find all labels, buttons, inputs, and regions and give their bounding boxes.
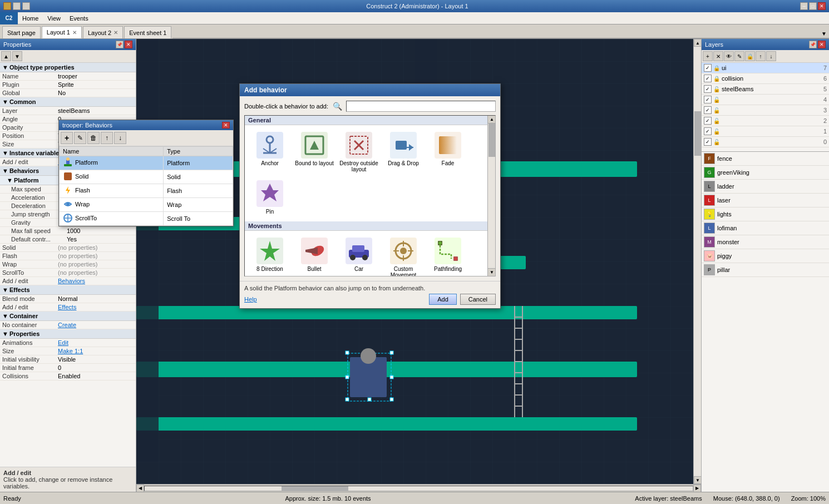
- behavior-fade[interactable]: Fade: [426, 129, 470, 176]
- layer-vis-4[interactable]: ✓: [704, 96, 712, 103]
- menu-home[interactable]: Home: [18, 14, 43, 23]
- layers-down-btn[interactable]: ↓: [766, 51, 776, 61]
- behavior-destroy-outside[interactable]: Destroy outside layout: [337, 129, 381, 176]
- layer-row-0[interactable]: ✓ 🔓 0: [702, 137, 829, 147]
- behavior-bullet[interactable]: Bullet: [293, 234, 336, 276]
- menu-view[interactable]: View: [43, 14, 65, 23]
- tab-layout1-close[interactable]: ✕: [72, 29, 77, 36]
- search-input[interactable]: [346, 101, 496, 112]
- behavior-row-wrap[interactable]: Wrap Wrap: [60, 198, 233, 212]
- section-container[interactable]: ▼ Container: [0, 312, 136, 321]
- layers-close[interactable]: ✕: [818, 41, 826, 48]
- layers-lock-btn[interactable]: 🔒: [745, 51, 755, 61]
- prop-toolbar-btn1[interactable]: ▲: [1, 51, 11, 61]
- behavior-8direction[interactable]: 8 Direction: [248, 234, 292, 276]
- layer-vis-ui[interactable]: ✓: [704, 64, 712, 72]
- object-ladder[interactable]: L ladder: [702, 180, 829, 194]
- layers-pencil-btn[interactable]: ✎: [734, 51, 744, 61]
- tab-start-page[interactable]: Start page: [2, 26, 41, 38]
- layer-row-collision[interactable]: ✓ 🔒 collision 6: [702, 73, 829, 84]
- section-object-type[interactable]: ▼ Object type properties: [0, 63, 136, 72]
- behavior-pathfinding[interactable]: Pathfinding: [426, 234, 470, 276]
- titlebar-minimize[interactable]: ─: [800, 2, 808, 10]
- tab-dropdown-btn[interactable]: ▼: [819, 29, 829, 38]
- canvas-scroll-track-v[interactable]: [694, 47, 701, 476]
- restore-button[interactable]: [13, 2, 21, 10]
- behavior-scroll-thumb[interactable]: [488, 123, 495, 157]
- behavior-grid-scrollbar[interactable]: ▲ ▼: [487, 116, 495, 276]
- layers-pin[interactable]: 📌: [809, 41, 817, 48]
- behavior-bound-layout[interactable]: Bound to layout: [293, 129, 336, 176]
- behavior-row-platform[interactable]: Platform Platform: [60, 156, 233, 170]
- layer-vis-steelbeams[interactable]: ✓: [704, 85, 712, 93]
- behaviors-add-btn[interactable]: +: [61, 132, 73, 144]
- layer-vis-collision[interactable]: ✓: [704, 75, 712, 82]
- behavior-custom-movement[interactable]: Custom Movement: [382, 234, 425, 276]
- maximize-button[interactable]: [22, 2, 30, 10]
- behavior-anchor[interactable]: Anchor: [248, 129, 292, 176]
- section-effects[interactable]: ▼ Effects: [0, 285, 136, 295]
- layer-vis-0[interactable]: ✓: [704, 138, 712, 146]
- canvas-scroll-down[interactable]: ▼: [694, 476, 701, 484]
- layer-row-4[interactable]: ✓ 🔓 4: [702, 95, 829, 105]
- tab-layout2[interactable]: Layout 2 ✕: [83, 26, 123, 38]
- behavior-row-flash[interactable]: Flash Flash: [60, 184, 233, 198]
- behavior-scroll-down[interactable]: ▼: [488, 268, 496, 276]
- object-laser[interactable]: L laser: [702, 194, 829, 207]
- object-greenviking[interactable]: G greenViking: [702, 166, 829, 180]
- tab-layout1[interactable]: Layout 1 ✕: [42, 26, 82, 38]
- section-common[interactable]: ▼ Common: [0, 97, 136, 107]
- layer-row-steelbeams[interactable]: ✓ 🔓 steelBeams 5: [702, 84, 829, 95]
- add-behavior-add-btn[interactable]: Add: [429, 294, 457, 305]
- layers-up-btn[interactable]: ↑: [756, 51, 766, 61]
- canvas-scroll-track-h[interactable]: [144, 486, 693, 491]
- properties-close[interactable]: ✕: [125, 41, 132, 48]
- canvas-scroll-right[interactable]: ▶: [693, 485, 701, 492]
- object-lofiman[interactable]: L lofiman: [702, 221, 829, 235]
- canvas-scroll-up[interactable]: ▲: [694, 39, 701, 47]
- layer-vis-1[interactable]: ✓: [704, 127, 712, 135]
- behavior-car[interactable]: Car: [337, 234, 381, 276]
- behaviors-dialog-close[interactable]: ✕: [222, 122, 230, 129]
- behaviors-up-btn[interactable]: ↑: [101, 132, 113, 144]
- layer-row-3[interactable]: ✓ 🔓 3: [702, 105, 829, 116]
- layers-eye-btn[interactable]: 👁: [724, 51, 734, 61]
- object-pillar[interactable]: P pillar: [702, 263, 829, 277]
- tab-eventsheet1[interactable]: Event sheet 1: [124, 26, 171, 38]
- add-behavior-help-link[interactable]: Help: [244, 296, 257, 303]
- behaviors-delete-btn[interactable]: 🗑: [87, 132, 100, 144]
- layer-row-ui[interactable]: ✓ 🔒 ui 7: [702, 63, 829, 73]
- section-properties[interactable]: ▼ Properties: [0, 329, 136, 339]
- layer-vis-2[interactable]: ✓: [704, 117, 712, 125]
- minimize-button[interactable]: [3, 2, 11, 10]
- prop-toolbar-btn2[interactable]: ▼: [12, 51, 22, 61]
- layer-row-2[interactable]: ✓ 🔓 2: [702, 116, 829, 126]
- titlebar-close[interactable]: ✕: [818, 2, 826, 10]
- behavior-row-solid[interactable]: Solid Solid: [60, 170, 233, 184]
- layers-add-btn[interactable]: +: [703, 51, 713, 61]
- properties-pin[interactable]: 📌: [116, 41, 124, 48]
- behavior-scroll-track[interactable]: [488, 123, 495, 268]
- layer-vis-3[interactable]: ✓: [704, 106, 712, 114]
- behaviors-edit-btn[interactable]: ✎: [74, 132, 86, 144]
- behaviors-down-btn[interactable]: ↓: [114, 132, 126, 144]
- object-fence[interactable]: F fence: [702, 152, 829, 166]
- behavior-row-scrollto[interactable]: ScrollTo Scroll To: [60, 212, 233, 226]
- object-monster[interactable]: M monster: [702, 235, 829, 249]
- canvas-scroll-thumb-h[interactable]: [282, 486, 348, 491]
- canvas-scroll-left[interactable]: ◀: [136, 485, 144, 492]
- layer-row-1[interactable]: ✓ 🔓 1: [702, 126, 829, 137]
- object-piggy[interactable]: 🐷 piggy: [702, 249, 829, 263]
- menu-events[interactable]: Events: [65, 14, 93, 23]
- canvas-scroll-thumb-v[interactable]: [694, 111, 701, 156]
- canvas-scrollbar-v[interactable]: ▲ ▼: [693, 39, 701, 484]
- behavior-scroll-up[interactable]: ▲: [488, 116, 496, 123]
- layers-delete-btn[interactable]: ✕: [713, 51, 723, 61]
- object-lights[interactable]: 💡 lights: [702, 207, 829, 221]
- titlebar-maximize[interactable]: □: [809, 2, 817, 10]
- behavior-pin[interactable]: Pin: [248, 177, 292, 218]
- behavior-drag-drop[interactable]: Drag & Drop: [382, 129, 425, 176]
- tab-layout2-close[interactable]: ✕: [114, 29, 118, 36]
- canvas-scrollbar-h[interactable]: ◀ ▶: [136, 484, 701, 492]
- add-behavior-cancel-btn[interactable]: Cancel: [460, 294, 496, 305]
